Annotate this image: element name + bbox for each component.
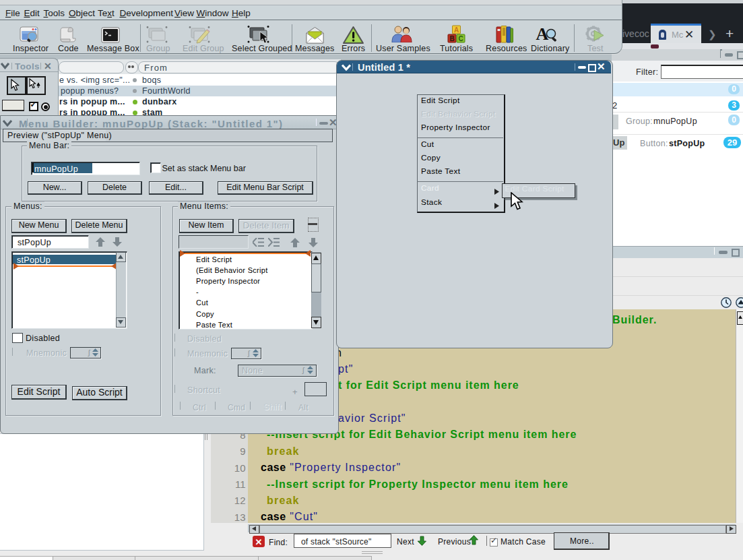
svg-text:B: B	[449, 35, 454, 42]
svg-text:A: A	[454, 26, 459, 34]
svg-text:C: C	[458, 35, 463, 42]
